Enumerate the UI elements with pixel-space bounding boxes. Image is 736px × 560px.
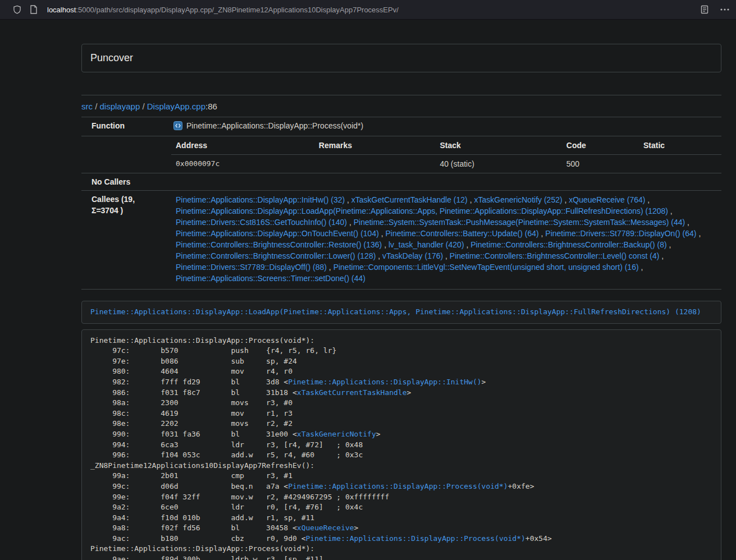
callee-link[interactable]: Pinetime::Applications::Screens::Timer::… [176, 274, 365, 283]
callee-link[interactable]: xTaskGenericNotify (252) [474, 195, 562, 204]
callee-link[interactable]: Pinetime::Applications::DisplayApp::OnTo… [176, 229, 379, 238]
callers-cell [167, 173, 721, 191]
page-icon [30, 5, 38, 14]
code-line: 980: 4604 mov r4, r0 [90, 366, 712, 377]
callee-link[interactable]: Pinetime::Drivers::Cst816S::GetTouchInfo… [176, 218, 347, 227]
function-name-cell: Pinetime::Applications::DisplayApp::Proc… [167, 117, 721, 136]
code-line: 996: f104 053c add.w r5, r4, #60 ; 0x3c [90, 450, 712, 461]
code-text: 996: f104 053c add.w r5, r4, #60 ; 0x3c [90, 451, 363, 459]
callee-separator: , [382, 240, 388, 249]
callee-link[interactable]: Pinetime::Components::LittleVgl::SetNewT… [333, 263, 639, 272]
callee-separator: , [443, 251, 450, 260]
callee-link[interactable]: xTaskGetCurrentTaskHandle (12) [351, 195, 468, 204]
code-text: +0x54> [525, 534, 552, 543]
remarks-value [314, 155, 436, 173]
code-text: 97c: b570 push {r4, r5, r6, lr} [90, 346, 336, 355]
code-text: 9a2: 6ce0 ldr r0, [r4, #76] ; 0x4c [90, 503, 363, 511]
browser-toolbar: localhost:5000/path/src/displayapp/Displ… [0, 0, 736, 20]
selected-symbol-link[interactable]: Pinetime::Applications::DisplayApp::Load… [90, 307, 701, 316]
function-type-icon [173, 121, 182, 133]
stats-table: Address Remarks Stack Code Static 0x0000… [171, 136, 721, 173]
code-text: _ZN8Pinetime12Applications10DisplayApp7R… [90, 461, 314, 470]
breadcrumb-separator: / [140, 102, 147, 111]
breadcrumb-link[interactable]: displayapp [100, 102, 140, 111]
code-symbol-link[interactable]: xTaskGetCurrentTaskHandle [297, 388, 407, 397]
code-symbol-link[interactable]: Pinetime::Applications::DisplayApp::Init… [288, 378, 481, 386]
stats-values-row: 0x0000097c 40 (static) 500 [171, 155, 721, 173]
callee-separator: , [345, 195, 351, 204]
callee-separator: , [659, 251, 664, 260]
code-line: 9ac: b180 cbz r0, 9d0 <Pinetime::Applica… [90, 534, 712, 544]
callee-separator: , [379, 229, 386, 238]
function-row: Function Pinetime::Applications::Display… [81, 117, 721, 136]
code-text: 99a: 2b01 cmp r3, #1 [90, 471, 292, 480]
code-text: 9a8: f02f fd56 bl 30458 < [90, 524, 297, 532]
reader-mode-icon[interactable] [700, 5, 709, 14]
breadcrumb-separator: / [93, 102, 100, 111]
code-symbol-link[interactable]: Pinetime::Applications::DisplayApp::Proc… [288, 482, 508, 490]
breadcrumb: src / displayapp / DisplayApp.cpp:86 [81, 102, 721, 111]
callee-link[interactable]: Pinetime::Controllers::BrightnessControl… [176, 240, 382, 249]
code-symbol-link[interactable]: Pinetime::Applications::DisplayApp::Proc… [306, 534, 525, 543]
code-line: Pinetime::Applications::DisplayApp::Proc… [90, 544, 712, 554]
callee-link[interactable]: Pinetime::Applications::DisplayApp::Init… [176, 195, 345, 204]
code-text: 994: 6ca3 ldr r3, [r4, #72] ; 0x48 [90, 440, 363, 449]
code-text: 99e: f04f 32ff mov.w r2, #4294967295 ; 0… [90, 493, 389, 501]
callee-link[interactable]: Pinetime::Controllers::BrightnessControl… [450, 251, 659, 260]
code-line: 97c: b570 push {r4, r5, r6, lr} [90, 346, 712, 356]
url-bar[interactable]: localhost:5000/path/src/displayapp/Displ… [47, 6, 700, 14]
callee-link[interactable]: Pinetime::Drivers::St7789::DisplayOn() (… [545, 229, 696, 238]
page-title: Puncover [90, 52, 712, 64]
code-text: 98a: 2300 movs r3, #0 [90, 398, 292, 407]
code-line: 98e: 2202 movs r2, #2 [90, 419, 712, 429]
callee-link[interactable]: Pinetime::System::SystemTask::PushMessag… [354, 218, 685, 227]
code-text: +0xfe> [508, 482, 534, 490]
callee-link[interactable]: lv_task_handler (420) [388, 240, 464, 249]
code-text: Pinetime::Applications::DisplayApp::Proc… [90, 544, 314, 553]
code-line: 98c: 4619 mov r1, r3 [90, 408, 712, 419]
function-table: Function Pinetime::Applications::Display… [81, 117, 721, 290]
breadcrumb-link[interactable]: src [81, 102, 93, 111]
callee-separator: , [639, 263, 643, 272]
callee-separator: , [668, 206, 673, 215]
callee-link[interactable]: Pinetime::Controllers::BrightnessControl… [176, 251, 376, 260]
callee-separator: , [464, 240, 471, 249]
callee-link[interactable]: Pinetime::Controllers::Battery::Update()… [386, 229, 539, 238]
shield-icon[interactable] [13, 5, 21, 14]
code-line: 99a: 2b01 cmp r3, #1 [90, 471, 712, 481]
callee-link[interactable]: Pinetime::Drivers::St7789::DisplayOff() … [176, 263, 327, 272]
callees-list: Pinetime::Applications::DisplayApp::Init… [167, 191, 721, 290]
breadcrumb-link[interactable]: DisplayApp.cpp [147, 102, 205, 111]
col-header-static: Static [639, 136, 721, 155]
code-symbol-link[interactable]: xTaskGenericNotify [297, 430, 376, 438]
code-symbol-link[interactable]: xQueueReceive [297, 524, 354, 532]
code-line: Pinetime::Applications::DisplayApp::Proc… [90, 336, 712, 346]
menu-dots-icon[interactable] [720, 8, 729, 11]
callee-separator: , [667, 240, 671, 249]
callee-separator: , [376, 251, 382, 260]
callee-separator: , [347, 218, 354, 227]
code-line: _ZN8Pinetime12Applications10DisplayApp7R… [90, 461, 712, 471]
callee-link[interactable]: xQueueReceive (764) [569, 195, 645, 204]
code-text: 9a4: f10d 010b add.w r1, sp, #11 [90, 513, 314, 522]
no-callers-label: No Callers [81, 173, 167, 191]
divider [81, 95, 721, 95]
code-line: 99e: f04f 32ff mov.w r2, #4294967295 ; 0… [90, 492, 712, 503]
code-line: 9ae: f89d 300b ldrb.w r3, [sp, #11] [90, 554, 712, 560]
code-text: 990: f031 fa36 bl 31e00 < [90, 430, 297, 438]
main-content: Puncover src / displayapp / DisplayApp.c… [81, 44, 721, 560]
callee-link[interactable]: Pinetime::Applications::DisplayApp::Load… [176, 206, 668, 215]
col-header-code: Code [562, 136, 639, 155]
code-text: Pinetime::Applications::DisplayApp::Proc… [90, 336, 314, 345]
function-name: Pinetime::Applications::DisplayApp::Proc… [186, 121, 363, 130]
code-text: > [354, 524, 359, 532]
code-text: 97e: b086 sub sp, #24 [90, 357, 297, 365]
code-text: 982: f7ff fd29 bl 3d8 < [90, 378, 288, 386]
code-text: 99c: d06d beq.n a7a < [90, 482, 288, 490]
callee-separator: , [697, 229, 701, 238]
breadcrumb-line-number: :86 [205, 102, 217, 111]
callee-link[interactable]: Pinetime::Controllers::BrightnessControl… [470, 240, 666, 249]
disassembly-code: Pinetime::Applications::DisplayApp::Proc… [81, 329, 721, 560]
code-text: 980: 4604 mov r4, r0 [90, 367, 292, 375]
callee-link[interactable]: vTaskDelay (176) [382, 251, 443, 260]
